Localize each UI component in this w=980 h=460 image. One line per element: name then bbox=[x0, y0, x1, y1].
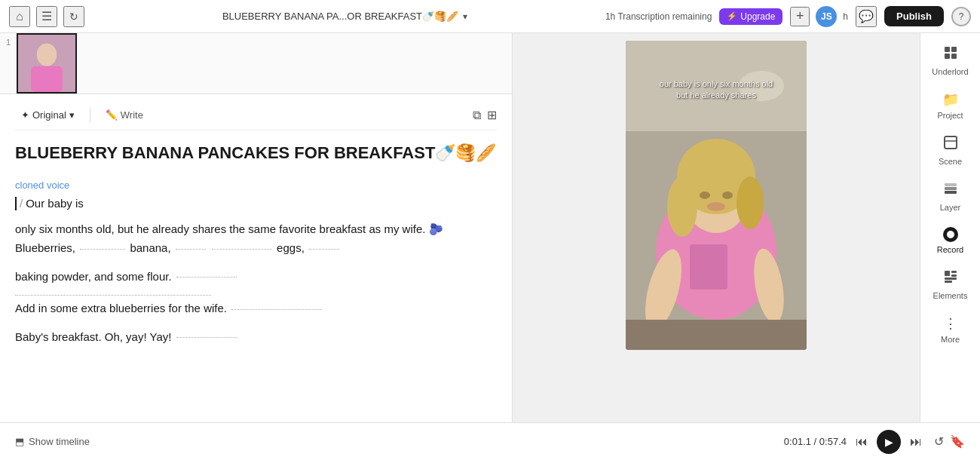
help-button[interactable]: ? bbox=[951, 7, 971, 26]
svg-rect-27 bbox=[945, 191, 957, 194]
elements-label: Elements bbox=[933, 291, 968, 300]
menu-button[interactable]: ☰ bbox=[36, 6, 57, 27]
svg-point-15 bbox=[707, 202, 725, 211]
original-label: Original bbox=[32, 109, 66, 121]
sidebar-item-underlord[interactable]: Underlord bbox=[920, 39, 980, 82]
elements-icon bbox=[943, 269, 958, 288]
sidebar-item-elements[interactable]: Elements bbox=[920, 263, 980, 306]
dots-6-top bbox=[15, 295, 211, 296]
publish-button[interactable]: Publish bbox=[884, 6, 944, 26]
upgrade-label: Upgrade bbox=[740, 11, 775, 22]
left-panel: 1 ✦ Original ▾ bbox=[0, 33, 513, 422]
bookmark-button[interactable]: 🔖 bbox=[950, 434, 965, 449]
svg-rect-25 bbox=[945, 183, 957, 186]
sidebar-item-more[interactable]: ⋮ More bbox=[920, 309, 980, 350]
underlord-svg-icon bbox=[943, 45, 958, 60]
topbar-actions: + JS h bbox=[790, 6, 848, 27]
project-label: Project bbox=[937, 111, 963, 120]
original-button[interactable]: ✦ Original ▾ bbox=[15, 106, 81, 124]
pencil-icon: ✏️ bbox=[106, 109, 118, 121]
svg-rect-22 bbox=[951, 54, 957, 59]
lightning-icon: ⚡ bbox=[727, 11, 737, 21]
sidebar-item-scene[interactable]: Scene bbox=[920, 129, 980, 172]
original-chevron: ▾ bbox=[69, 109, 75, 121]
copy-button[interactable]: ⧉ bbox=[473, 109, 481, 122]
svg-rect-30 bbox=[951, 274, 957, 277]
scene-number: 1 bbox=[0, 33, 17, 51]
right-sidebar: Underlord 📁 Project Scene bbox=[920, 33, 980, 422]
topbar-left: ⌂ ☰ ↻ bbox=[9, 6, 84, 27]
bottom-bar: ⬒ Show timeline 0:01.1 / 0:57.4 ⏮ ▶ ⏭ ↺ … bbox=[0, 422, 980, 460]
write-button[interactable]: ✏️ Write bbox=[100, 106, 149, 124]
timeline-label: Show timeline bbox=[29, 436, 90, 447]
underlord-icon bbox=[943, 45, 958, 64]
scene-svg-icon bbox=[943, 135, 958, 150]
more-icon: ⋮ bbox=[944, 315, 957, 332]
loop-button[interactable]: ↺ bbox=[934, 434, 944, 449]
script-paragraph-4[interactable]: Baby's breakfast. Oh, yay! Yay! bbox=[15, 327, 497, 347]
svg-rect-19 bbox=[945, 47, 950, 52]
transcription-info: 1h Transcription remaining bbox=[605, 11, 712, 22]
dots-4 bbox=[309, 249, 339, 250]
script-paragraph-1[interactable]: only six months old, but he already shar… bbox=[15, 219, 497, 258]
svg-rect-29 bbox=[951, 271, 957, 273]
video-container: our baby is only six months old but he a… bbox=[626, 41, 807, 350]
skip-forward-button[interactable]: ⏭ bbox=[910, 435, 922, 449]
refresh-button[interactable]: ↻ bbox=[63, 6, 84, 27]
slash: / bbox=[20, 197, 23, 210]
toolbar-divider bbox=[90, 108, 90, 123]
project-icon: 📁 bbox=[942, 91, 959, 108]
time-separator: / bbox=[814, 436, 817, 447]
svg-rect-26 bbox=[945, 187, 957, 190]
avatar: JS bbox=[816, 6, 837, 27]
timeline-toggle[interactable]: ⬒ Show timeline bbox=[15, 436, 90, 447]
play-button[interactable]: ▶ bbox=[877, 430, 901, 454]
video-panel: our baby is only six months old but he a… bbox=[513, 33, 920, 422]
svg-rect-23 bbox=[945, 136, 957, 149]
skip-back-button[interactable]: ⏮ bbox=[856, 435, 868, 449]
scene-label: Scene bbox=[939, 157, 962, 166]
scene-icon bbox=[943, 135, 958, 154]
timeline-icon: ⬒ bbox=[15, 436, 24, 447]
playback-controls: 0:01.1 / 0:57.4 ⏮ ▶ ⏭ bbox=[784, 430, 922, 454]
time-current: 0:01.1 bbox=[784, 436, 811, 447]
cloned-voice-label: cloned voice bbox=[15, 179, 497, 191]
dots-1 bbox=[80, 249, 125, 250]
upgrade-button[interactable]: ⚡ Upgrade bbox=[719, 8, 782, 25]
script-paragraph-2[interactable]: baking powder, and some flour. bbox=[15, 267, 497, 287]
topbar: ⌂ ☰ ↻ BLUEBERRY BANANA PA...OR BREAKFAST… bbox=[0, 0, 980, 33]
time-total: 0:57.4 bbox=[819, 436, 847, 447]
user-label: h bbox=[843, 11, 848, 22]
layout-button[interactable]: ⊞ bbox=[487, 108, 497, 122]
thumbnail-strip: 1 bbox=[0, 33, 512, 94]
dots-8 bbox=[176, 337, 237, 338]
video-overlay-text: our baby is only six months old but he a… bbox=[656, 78, 776, 102]
script-area: ✦ Original ▾ ✏️ Write ⧉ ⊞ BLUEBERRY BANA… bbox=[0, 94, 512, 422]
svg-point-3 bbox=[38, 46, 56, 60]
script-paragraph-3[interactable]: Add in some extra blueberries for the wi… bbox=[15, 295, 497, 318]
text-cursor bbox=[15, 197, 17, 210]
layer-svg-icon bbox=[943, 181, 958, 196]
sidebar-item-layer[interactable]: Layer bbox=[920, 175, 980, 218]
project-dropdown-icon[interactable]: ▾ bbox=[463, 11, 467, 22]
sidebar-item-project[interactable]: 📁 Project bbox=[920, 85, 980, 126]
home-button[interactable]: ⌂ bbox=[9, 6, 30, 27]
topbar-right: 1h Transcription remaining ⚡ Upgrade + J… bbox=[605, 6, 971, 27]
cursor-text[interactable]: Our baby is bbox=[26, 197, 84, 210]
chat-button[interactable]: 💬 bbox=[856, 6, 877, 27]
topbar-center: BLUEBERRY BANANA PA...OR BREAKFAST🍼🥞🥖 ▾ bbox=[92, 11, 598, 22]
thumbnail-svg bbox=[18, 33, 75, 94]
more-label: More bbox=[941, 335, 960, 344]
add-button[interactable]: + bbox=[790, 7, 810, 26]
dots-2 bbox=[176, 249, 206, 250]
sidebar-item-record[interactable]: Record bbox=[920, 221, 980, 260]
star-icon: ✦ bbox=[21, 109, 29, 121]
main-layout: 1 ✦ Original ▾ bbox=[0, 33, 980, 422]
scene-thumbnail[interactable] bbox=[17, 33, 77, 94]
layer-icon bbox=[943, 181, 958, 200]
layer-label: Layer bbox=[940, 203, 961, 212]
script-cursor-line: / Our baby is bbox=[15, 197, 497, 210]
svg-rect-21 bbox=[945, 54, 950, 59]
dots-5 bbox=[176, 277, 237, 278]
svg-rect-8 bbox=[690, 244, 727, 290]
